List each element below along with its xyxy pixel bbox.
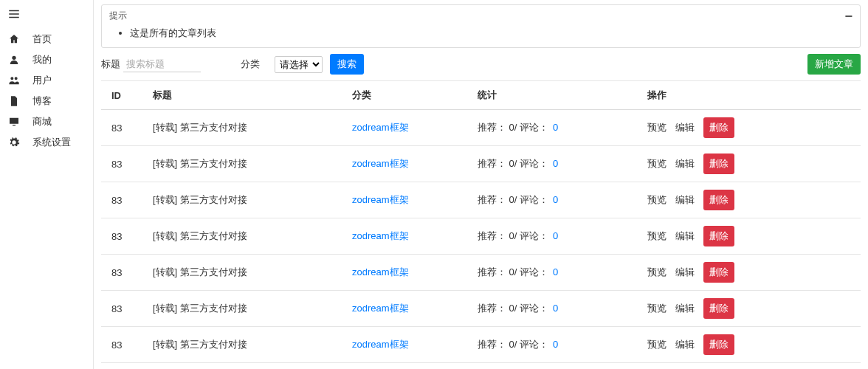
cell-category[interactable]: zodream框架 xyxy=(345,218,470,255)
preview-link[interactable]: 预览 xyxy=(647,230,666,241)
edit-link[interactable]: 编辑 xyxy=(675,266,695,277)
sidebar-item-1[interactable]: 我的 xyxy=(0,49,93,70)
table-row: 83[转载] 第三方支付对接zodream框架推荐： 0/ 评论：0预览编辑删除 xyxy=(101,110,861,146)
cell-category[interactable]: zodream框架 xyxy=(345,255,470,291)
file-icon xyxy=(7,95,21,108)
cell-category[interactable]: zodream框架 xyxy=(345,110,470,146)
cell-ops: 预览编辑删除 xyxy=(640,291,861,327)
cell-stats: 推荐： 0/ 评论：0 xyxy=(470,110,640,146)
delete-button[interactable]: 删除 xyxy=(703,117,734,138)
cell-id: 83 xyxy=(101,110,145,146)
cell-category[interactable]: zodream框架 xyxy=(345,146,470,182)
gear-icon xyxy=(7,137,21,149)
alert-panel: 提示 − 这是所有的文章列表 xyxy=(101,4,861,48)
new-article-button[interactable]: 新增文章 xyxy=(807,54,861,75)
cell-stats: 推荐： 0/ 评论：0 xyxy=(470,255,640,291)
main-content: 提示 − 这是所有的文章列表 标题 分类 请选择 搜索 新增文章 ID 标题 xyxy=(94,0,868,369)
delete-button[interactable]: 删除 xyxy=(703,226,734,246)
cell-id: 83 xyxy=(101,218,145,255)
cell-stats: 推荐： 0/ 评论：0 xyxy=(470,218,640,255)
cell-ops: 预览编辑删除 xyxy=(640,110,861,146)
sidebar-item-label: 用户 xyxy=(32,74,52,87)
table-row: 83[转载] 第三方支付对接zodream框架推荐： 0/ 评论：0预览编辑删除 xyxy=(101,291,861,327)
edit-link[interactable]: 编辑 xyxy=(675,158,695,169)
cell-category[interactable]: zodream框架 xyxy=(345,327,470,363)
col-stats: 统计 xyxy=(470,81,640,110)
article-table: ID 标题 分类 统计 操作 83[转载] 第三方支付对接zodream框架推荐… xyxy=(101,80,861,369)
preview-link[interactable]: 预览 xyxy=(647,194,666,205)
cell-category[interactable]: zodream框架 xyxy=(345,182,470,218)
cell-ops: 预览编辑删除 xyxy=(640,182,861,218)
cell-id: 83 xyxy=(101,327,145,363)
col-title: 标题 xyxy=(145,81,345,110)
sidebar-item-label: 我的 xyxy=(32,53,52,66)
user-icon xyxy=(7,54,21,66)
preview-link[interactable]: 预览 xyxy=(647,266,666,277)
col-category: 分类 xyxy=(345,81,470,110)
sidebar-item-5[interactable]: 系统设置 xyxy=(0,132,93,153)
preview-link[interactable]: 预览 xyxy=(647,303,666,314)
col-id: ID xyxy=(101,81,145,110)
cell-id: 83 xyxy=(101,363,145,370)
cell-title: [转载] 第三方支付对接 xyxy=(145,110,345,146)
sidebar-item-3[interactable]: 博客 xyxy=(0,91,93,111)
preview-link[interactable]: 预览 xyxy=(647,339,666,350)
hamburger-icon xyxy=(7,7,21,21)
users-icon xyxy=(7,75,21,87)
table-row: 83[转载] 第三方支付对接zodream框架推荐： 0/ 评论：0预览编辑删除 xyxy=(101,363,861,370)
table-row: 83[转载] 第三方支付对接zodream框架推荐： 0/ 评论：0预览编辑删除 xyxy=(101,255,861,291)
cell-ops: 预览编辑删除 xyxy=(640,363,861,370)
filter-bar: 标题 分类 请选择 搜索 新增文章 xyxy=(101,54,861,75)
edit-link[interactable]: 编辑 xyxy=(675,339,695,350)
category-select[interactable]: 请选择 xyxy=(275,56,323,73)
sidebar-item-label: 博客 xyxy=(32,94,52,108)
menu-toggle[interactable] xyxy=(0,4,93,29)
cell-id: 83 xyxy=(101,182,145,218)
preview-link[interactable]: 预览 xyxy=(647,122,666,133)
cell-title: [转载] 第三方支付对接 xyxy=(145,255,345,291)
table-row: 83[转载] 第三方支付对接zodream框架推荐： 0/ 评论：0预览编辑删除 xyxy=(101,327,861,363)
sidebar-item-label: 商城 xyxy=(32,115,52,128)
sidebar-item-4[interactable]: 商城 xyxy=(0,111,93,132)
cell-category[interactable]: zodream框架 xyxy=(345,291,470,327)
search-button[interactable]: 搜索 xyxy=(330,54,364,75)
cell-stats: 推荐： 0/ 评论：0 xyxy=(470,146,640,182)
cell-id: 83 xyxy=(101,291,145,327)
delete-button[interactable]: 删除 xyxy=(703,262,734,283)
cell-category[interactable]: zodream框架 xyxy=(345,363,470,370)
delete-button[interactable]: 删除 xyxy=(703,298,734,319)
delete-button[interactable]: 删除 xyxy=(703,334,734,355)
edit-link[interactable]: 编辑 xyxy=(675,194,695,205)
cell-id: 83 xyxy=(101,146,145,182)
alert-text: 这是所有的文章列表 xyxy=(130,27,852,40)
category-filter-label: 分类 xyxy=(241,58,260,71)
cell-id: 83 xyxy=(101,255,145,291)
cell-ops: 预览编辑删除 xyxy=(640,146,861,182)
table-row: 83[转载] 第三方支付对接zodream框架推荐： 0/ 评论：0预览编辑删除 xyxy=(101,218,861,255)
cell-ops: 预览编辑删除 xyxy=(640,218,861,255)
cell-stats: 推荐： 0/ 评论：0 xyxy=(470,182,640,218)
alert-minimize-icon[interactable]: − xyxy=(844,12,852,21)
cell-stats: 推荐： 0/ 评论：0 xyxy=(470,291,640,327)
edit-link[interactable]: 编辑 xyxy=(675,303,695,314)
cell-title: [转载] 第三方支付对接 xyxy=(145,291,345,327)
edit-link[interactable]: 编辑 xyxy=(675,230,695,241)
preview-link[interactable]: 预览 xyxy=(647,158,666,169)
cell-title: [转载] 第三方支付对接 xyxy=(145,182,345,218)
delete-button[interactable]: 删除 xyxy=(703,154,734,174)
cell-ops: 预览编辑删除 xyxy=(640,327,861,363)
cell-title: [转载] 第三方支付对接 xyxy=(145,218,345,255)
cell-stats: 推荐： 0/ 评论：0 xyxy=(470,327,640,363)
sidebar-item-label: 系统设置 xyxy=(32,136,71,149)
title-search-input[interactable] xyxy=(123,56,201,72)
sidebar-item-0[interactable]: 首页 xyxy=(0,29,93,49)
cell-title: [转载] 第三方支付对接 xyxy=(145,327,345,363)
edit-link[interactable]: 编辑 xyxy=(675,122,695,133)
monitor-icon xyxy=(7,116,21,128)
delete-button[interactable]: 删除 xyxy=(703,190,734,210)
sidebar-item-2[interactable]: 用户 xyxy=(0,70,93,91)
cell-title: [转载] 第三方支付对接 xyxy=(145,363,345,370)
sidebar: 首页我的用户博客商城系统设置 xyxy=(0,0,94,369)
cell-ops: 预览编辑删除 xyxy=(640,255,861,291)
sidebar-item-label: 首页 xyxy=(32,32,52,46)
